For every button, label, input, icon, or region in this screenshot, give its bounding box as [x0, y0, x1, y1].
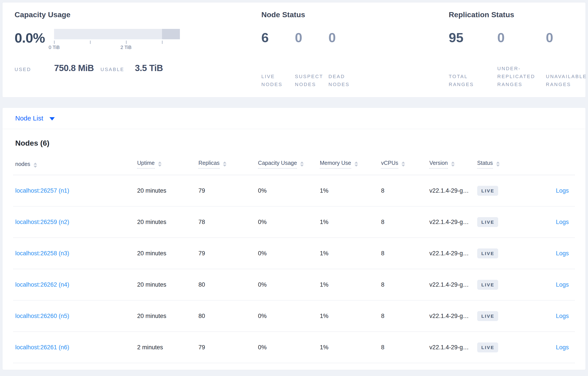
node-status-stat: 6 LIVE NODES [261, 29, 295, 88]
axis-tick [54, 41, 54, 44]
logs-link[interactable]: Logs [556, 313, 569, 319]
sort-icon[interactable] [300, 162, 304, 167]
replicas-cell: 79 [196, 332, 256, 363]
column-header-label: nodes [15, 161, 30, 167]
column-header[interactable]: Uptime [135, 153, 196, 175]
column-header-label: Uptime [137, 160, 155, 168]
sort-icon[interactable] [496, 162, 500, 167]
axis-tick [90, 41, 91, 44]
capacity-usage-cell: 0% [256, 332, 318, 363]
column-header[interactable]: Status [475, 153, 530, 175]
column-header[interactable]: Version [427, 153, 475, 175]
column-header[interactable]: vCPUs [379, 153, 427, 175]
logs-link[interactable]: Logs [556, 219, 569, 225]
node-link[interactable]: localhost:26262 (n4) [15, 281, 69, 288]
column-header[interactable] [530, 153, 575, 175]
memory-use-cell: 1% [318, 238, 379, 269]
node-link[interactable]: localhost:26258 (n3) [15, 250, 69, 257]
capacity-usage-cell: 0% [256, 300, 318, 332]
replicas-cell: 79 [196, 175, 256, 206]
memory-use-cell: 1% [318, 206, 379, 238]
stat-value: 0 [546, 31, 588, 44]
column-header-label: Replicas [199, 160, 220, 168]
capacity-usage-cell: 0% [256, 269, 318, 300]
node-link[interactable]: localhost:26261 (n6) [15, 344, 69, 351]
status-badge: LIVE [477, 280, 498, 290]
stat-label: UNAVAILABLE RANGES [546, 73, 588, 88]
table-header-row: nodes Uptime Replicas Capacity Usage Mem… [13, 153, 575, 175]
uptime-cell: 20 minutes [135, 175, 196, 206]
usable-label: USABLE [100, 67, 124, 72]
capacity-used-percent: 0.0% [15, 31, 45, 45]
memory-use-cell: 1% [318, 269, 379, 300]
node-status-stat: 0 DEAD NODES [328, 29, 362, 88]
nodes-table: nodes Uptime Replicas Capacity Usage Mem… [13, 153, 575, 363]
column-header[interactable]: nodes [13, 153, 135, 175]
node-list-dropdown[interactable]: Node List [2, 108, 586, 129]
sort-icon[interactable] [158, 162, 162, 167]
logs-link[interactable]: Logs [556, 281, 569, 288]
memory-use-cell: 1% [318, 175, 379, 206]
status-badge: LIVE [477, 249, 498, 258]
version-cell: v22.1.4-29-g… [427, 238, 475, 269]
version-cell: v22.1.4-29-g… [427, 206, 475, 238]
used-value: 750.8 MiB [54, 63, 94, 73]
table-row: localhost:26259 (n2) 20 minutes 78 0% 1%… [13, 206, 575, 238]
node-status-stat: 0 SUSPECT NODES [295, 29, 328, 88]
vcpus-cell: 8 [379, 300, 427, 332]
uptime-cell: 2 minutes [135, 332, 196, 363]
table-row: localhost:26258 (n3) 20 minutes 79 0% 1%… [13, 238, 575, 269]
cluster-summary-panel: Capacity Usage 0.0% 0 TiB2 TiB USED 750.… [2, 2, 586, 97]
sort-icon[interactable] [33, 163, 37, 168]
sort-icon[interactable] [355, 162, 358, 167]
chevron-down-icon [49, 117, 55, 120]
replication-status-title: Replication Status [449, 10, 588, 19]
stat-value: 6 [261, 31, 295, 44]
replication-stat: 0 UNDER-REPLICATED RANGES [497, 29, 541, 88]
status-badge: LIVE [477, 343, 498, 352]
vcpus-cell: 8 [379, 175, 427, 206]
stat-label: DEAD NODES [328, 73, 362, 88]
stat-value: 0 [497, 31, 541, 44]
column-header[interactable]: Capacity Usage [256, 153, 318, 175]
capacity-meta: USED 750.8 MiB USABLE 3.5 TiB [15, 63, 261, 73]
column-header-label: Status [477, 160, 493, 168]
vcpus-cell: 8 [379, 206, 427, 238]
stat-label: UNDER-REPLICATED RANGES [497, 65, 541, 88]
node-status-section: Node Status 6 LIVE NODES 0 SUSPECT NODES… [261, 10, 449, 88]
column-header[interactable]: Memory Use [318, 153, 379, 175]
capacity-bar-axis [54, 39, 180, 44]
logs-link[interactable]: Logs [556, 250, 569, 257]
node-link[interactable]: localhost:26259 (n2) [15, 219, 69, 225]
column-header-label: vCPUs [381, 160, 398, 168]
column-header[interactable]: Replicas [196, 153, 256, 175]
capacity-usage-cell: 0% [256, 238, 318, 269]
capacity-bar-chart: 0 TiB2 TiB [54, 29, 180, 51]
capacity-usage-section: Capacity Usage 0.0% 0 TiB2 TiB USED 750.… [15, 10, 261, 88]
column-header-label: Capacity Usage [258, 160, 297, 168]
replication-status-section: Replication Status 95 TOTAL RANGES 0 UND… [449, 10, 588, 88]
axis-tick-label: 2 TiB [121, 45, 132, 50]
version-cell: v22.1.4-29-g… [427, 332, 475, 363]
status-badge: LIVE [477, 186, 498, 196]
node-link[interactable]: localhost:26257 (n1) [15, 187, 69, 194]
stat-label: SUSPECT NODES [295, 73, 328, 88]
sort-icon[interactable] [223, 162, 226, 167]
version-cell: v22.1.4-29-g… [427, 269, 475, 300]
uptime-cell: 20 minutes [135, 238, 196, 269]
memory-use-cell: 1% [318, 300, 379, 332]
stat-label: TOTAL RANGES [449, 73, 493, 88]
version-cell: v22.1.4-29-g… [427, 300, 475, 332]
logs-link[interactable]: Logs [556, 344, 569, 351]
capacity-bar-track [54, 29, 180, 39]
vcpus-cell: 8 [379, 269, 427, 300]
table-row: localhost:26260 (n5) 20 minutes 80 0% 1%… [13, 300, 575, 332]
table-row: localhost:26261 (n6) 2 minutes 79 0% 1% … [13, 332, 575, 363]
sort-icon[interactable] [451, 162, 455, 167]
replicas-cell: 78 [196, 206, 256, 238]
logs-link[interactable]: Logs [556, 187, 569, 194]
vcpus-cell: 8 [379, 332, 427, 363]
replicas-cell: 80 [196, 300, 256, 332]
node-link[interactable]: localhost:26260 (n5) [15, 313, 69, 319]
sort-icon[interactable] [401, 162, 405, 167]
